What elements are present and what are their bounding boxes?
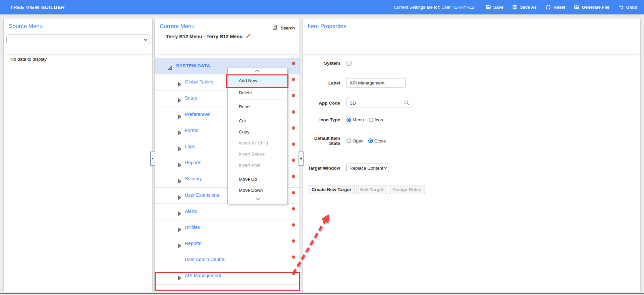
tree-item-label[interactable]: API Management <box>185 273 221 278</box>
tree-item-label[interactable]: Reports <box>185 160 201 165</box>
icon-type-icon-radio[interactable] <box>369 118 373 122</box>
edit-target-button[interactable]: Edit Target <box>357 185 387 194</box>
expand-arrow-icon[interactable] <box>177 146 182 152</box>
context-menu-insert-before: Insert Before <box>228 149 287 160</box>
status-dot <box>292 191 295 194</box>
tree-item-user-admin-central[interactable]: User Admin Central <box>155 252 300 268</box>
default-item-state-radio-group: Open Close <box>346 138 389 143</box>
menu-separator <box>238 114 285 114</box>
context-menu-add-new[interactable]: Add New <box>228 74 287 87</box>
panel-collapse-handle-left[interactable] <box>150 152 155 166</box>
panel-collapse-handle-right[interactable] <box>299 152 304 166</box>
context-menu-move-down[interactable]: Move Down <box>228 185 287 196</box>
tree-item-label[interactable]: Reports <box>185 241 201 246</box>
app-code-row: App Code <box>303 98 412 108</box>
default-state-close-label: Close <box>374 138 386 143</box>
item-properties-title: Item Properties <box>308 23 346 30</box>
tree-item-label[interactable]: User Admin Central <box>185 257 225 262</box>
reset-icon <box>545 4 551 10</box>
context-menu-move-up[interactable]: Move Up <box>228 174 287 185</box>
edit-pencil-icon[interactable] <box>245 33 251 40</box>
expand-arrow-icon[interactable] <box>177 275 182 281</box>
collapse-right-icon <box>300 157 302 160</box>
tree-item-label[interactable]: SYSTEM DATA <box>176 63 210 68</box>
app-code-label: App Code <box>303 101 340 106</box>
context-menu-cut[interactable]: Cut <box>228 115 287 126</box>
icon-type-label: Icon Type <box>303 117 340 122</box>
status-dot <box>292 78 295 81</box>
expand-arrow-icon[interactable] <box>177 211 182 216</box>
generate-file-button[interactable]: Generate File <box>574 4 609 10</box>
current-settings-text: Current Settings are for: User TERRYR12 <box>394 5 475 10</box>
menu-name: Terry R12 Menu - Terry R12 Menu <box>166 33 300 40</box>
undo-button[interactable]: Undo <box>618 4 637 10</box>
status-dot <box>292 255 295 259</box>
default-state-open-radio[interactable] <box>346 138 351 143</box>
tree-item-label[interactable]: Global Tables <box>185 79 213 84</box>
context-menu-reset[interactable]: Reset <box>228 101 287 112</box>
tree-item-label[interactable]: User Extensions <box>185 192 219 198</box>
icon-type-icon-label: Icon <box>375 117 383 122</box>
status-dot <box>292 126 295 130</box>
tree-item-reports-2[interactable]: Reports <box>155 236 300 252</box>
tree-item-label[interactable]: Preferences <box>185 112 210 117</box>
current-menu-header: Current Menu Terry R12 Menu - Terry R12 … <box>155 18 300 54</box>
context-menu-copy[interactable]: Copy <box>228 126 287 137</box>
expand-arrow-icon[interactable] <box>177 98 182 103</box>
expand-arrow-icon[interactable] <box>177 178 182 184</box>
item-properties-panel: Item Properties System Label App Code Ic… <box>302 18 641 292</box>
tree-item-utilities[interactable]: Utilities <box>155 220 300 236</box>
chevron-up-icon <box>255 70 259 73</box>
create-new-target-button[interactable]: Create New Target <box>308 185 355 194</box>
tree-item-label[interactable]: Alerts <box>185 209 197 214</box>
tree-item-label[interactable]: Security <box>185 176 202 181</box>
menu-separator <box>238 100 285 100</box>
assign-roles-button[interactable]: Assign Roles <box>389 185 425 194</box>
tree-item-api-management[interactable]: API Management <box>155 268 300 284</box>
label-row: Label <box>303 78 406 87</box>
expand-arrow-icon[interactable] <box>177 162 182 168</box>
target-window-row: Target Window Replace Content <box>303 164 389 172</box>
menu-scroll-up[interactable] <box>228 68 287 74</box>
no-data-text: No data to display <box>4 54 152 62</box>
expand-arrow-icon[interactable] <box>177 227 182 232</box>
tree-item-label[interactable]: Forms <box>185 128 198 133</box>
menu-scroll-down[interactable] <box>228 196 287 202</box>
item-properties-form: System Label App Code Icon Type Menu Ico… <box>303 54 640 292</box>
icon-type-menu-radio[interactable] <box>346 118 351 122</box>
reset-button[interactable]: Reset <box>545 4 565 10</box>
search-label: Search <box>281 26 295 31</box>
expand-arrow-icon[interactable] <box>177 114 182 119</box>
status-dot <box>292 110 295 114</box>
tree-item-label[interactable]: Utilities <box>185 225 200 230</box>
tree-item-label[interactable]: Setup <box>185 95 197 101</box>
default-state-open-label: Open <box>353 138 364 143</box>
label-input[interactable] <box>346 78 406 87</box>
chevron-down-icon <box>144 37 148 41</box>
tree-item-label[interactable]: Logs <box>185 144 195 149</box>
expand-arrow-icon[interactable] <box>177 243 182 248</box>
expand-arrow-icon[interactable] <box>177 81 182 87</box>
tree-item-alerts[interactable]: Alerts <box>155 204 300 220</box>
icon-type-row: Icon Type Menu Icon <box>303 117 386 122</box>
header-toolbar: Current Settings are for: User TERRYR12 … <box>394 0 639 14</box>
system-checkbox[interactable] <box>346 61 352 66</box>
status-dot <box>292 223 295 227</box>
app-code-input[interactable] <box>346 98 412 108</box>
save-icon <box>486 4 491 10</box>
status-dot <box>292 142 295 146</box>
save-as-button[interactable]: Save As <box>512 4 537 10</box>
default-state-close-radio[interactable] <box>368 138 373 143</box>
expand-arrow-icon[interactable] <box>177 130 182 135</box>
lookup-magnifier-icon[interactable] <box>404 100 410 107</box>
search-button[interactable]: Search <box>272 24 295 32</box>
context-menu-delete[interactable]: Delete <box>228 87 287 98</box>
collapse-arrow-icon[interactable] <box>167 65 173 71</box>
current-menu-title: Current Menu <box>160 23 195 30</box>
target-buttons-row: Create New Target Edit Target Assign Rol… <box>308 185 425 194</box>
source-menu-dropdown[interactable] <box>6 35 150 44</box>
expand-arrow-icon[interactable] <box>177 195 182 200</box>
app-title: TREE VIEW BUILDER <box>10 4 65 10</box>
save-button[interactable]: Save <box>486 4 503 10</box>
target-window-select[interactable]: Replace Content <box>346 164 389 172</box>
